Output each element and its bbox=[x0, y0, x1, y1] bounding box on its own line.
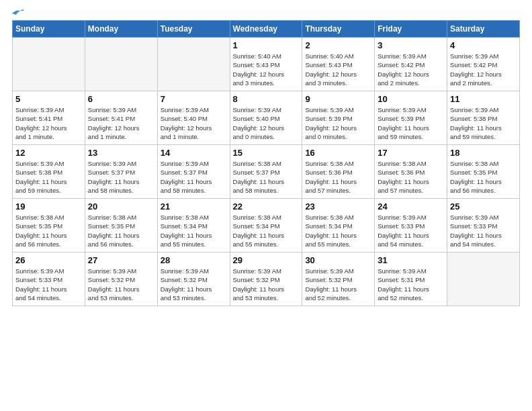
calendar-cell: 5Sunrise: 5:39 AMSunset: 5:41 PMDaylight… bbox=[13, 91, 85, 145]
col-header-wednesday: Wednesday bbox=[230, 21, 302, 38]
col-header-friday: Friday bbox=[375, 21, 447, 38]
calendar-cell: 27Sunrise: 5:39 AMSunset: 5:32 PMDayligh… bbox=[85, 253, 157, 306]
col-header-saturday: Saturday bbox=[447, 21, 520, 38]
calendar-cell bbox=[157, 38, 230, 91]
day-info: Sunrise: 5:38 AMSunset: 5:34 PMDaylight:… bbox=[305, 213, 371, 248]
day-number: 9 bbox=[305, 94, 371, 104]
calendar-cell: 4Sunrise: 5:39 AMSunset: 5:42 PMDaylight… bbox=[447, 38, 520, 91]
day-number: 3 bbox=[378, 40, 444, 50]
day-info: Sunrise: 5:39 AMSunset: 5:37 PMDaylight:… bbox=[161, 159, 227, 195]
day-number: 28 bbox=[161, 255, 227, 265]
calendar-cell: 19Sunrise: 5:38 AMSunset: 5:35 PMDayligh… bbox=[13, 199, 85, 253]
day-number: 21 bbox=[161, 201, 227, 212]
calendar-cell: 24Sunrise: 5:39 AMSunset: 5:33 PMDayligh… bbox=[375, 199, 447, 253]
calendar-week-row: 26Sunrise: 5:39 AMSunset: 5:33 PMDayligh… bbox=[13, 253, 520, 306]
day-info: Sunrise: 5:39 AMSunset: 5:32 PMDaylight:… bbox=[88, 267, 154, 302]
page-container: SundayMondayTuesdayWednesdayThursdayFrid… bbox=[0, 0, 532, 313]
day-info: Sunrise: 5:38 AMSunset: 5:36 PMDaylight:… bbox=[305, 159, 371, 195]
day-info: Sunrise: 5:38 AMSunset: 5:37 PMDaylight:… bbox=[233, 159, 300, 195]
day-number: 30 bbox=[305, 255, 371, 265]
day-number: 29 bbox=[233, 255, 300, 265]
day-number: 6 bbox=[88, 94, 154, 104]
calendar-cell: 18Sunrise: 5:38 AMSunset: 5:35 PMDayligh… bbox=[447, 145, 520, 199]
calendar-cell: 2Sunrise: 5:40 AMSunset: 5:43 PMDaylight… bbox=[302, 38, 375, 91]
calendar-cell: 29Sunrise: 5:39 AMSunset: 5:32 PMDayligh… bbox=[230, 253, 302, 306]
day-number: 15 bbox=[233, 148, 300, 158]
calendar-cell: 8Sunrise: 5:39 AMSunset: 5:40 PMDaylight… bbox=[230, 91, 302, 145]
calendar-cell: 23Sunrise: 5:38 AMSunset: 5:34 PMDayligh… bbox=[302, 199, 375, 253]
day-info: Sunrise: 5:39 AMSunset: 5:41 PMDaylight:… bbox=[15, 105, 82, 141]
day-info: Sunrise: 5:38 AMSunset: 5:36 PMDaylight:… bbox=[378, 159, 444, 195]
logo-bird-icon bbox=[11, 8, 24, 17]
day-info: Sunrise: 5:39 AMSunset: 5:31 PMDaylight:… bbox=[378, 267, 444, 302]
day-number: 1 bbox=[233, 40, 300, 50]
day-info: Sunrise: 5:39 AMSunset: 5:38 PMDaylight:… bbox=[450, 105, 517, 141]
calendar-header-row: SundayMondayTuesdayWednesdayThursdayFrid… bbox=[13, 21, 520, 38]
day-info: Sunrise: 5:39 AMSunset: 5:32 PMDaylight:… bbox=[305, 267, 371, 302]
day-info: Sunrise: 5:39 AMSunset: 5:42 PMDaylight:… bbox=[450, 52, 517, 87]
day-info: Sunrise: 5:38 AMSunset: 5:34 PMDaylight:… bbox=[161, 213, 227, 248]
calendar-cell: 3Sunrise: 5:39 AMSunset: 5:42 PMDaylight… bbox=[375, 38, 447, 91]
col-header-tuesday: Tuesday bbox=[157, 21, 230, 38]
calendar-cell bbox=[85, 38, 157, 91]
col-header-sunday: Sunday bbox=[13, 21, 85, 38]
calendar-week-row: 19Sunrise: 5:38 AMSunset: 5:35 PMDayligh… bbox=[13, 199, 520, 253]
day-info: Sunrise: 5:39 AMSunset: 5:32 PMDaylight:… bbox=[233, 267, 300, 302]
calendar-cell: 31Sunrise: 5:39 AMSunset: 5:31 PMDayligh… bbox=[375, 253, 447, 306]
day-number: 17 bbox=[378, 148, 444, 158]
day-info: Sunrise: 5:39 AMSunset: 5:38 PMDaylight:… bbox=[15, 159, 82, 195]
calendar-week-row: 5Sunrise: 5:39 AMSunset: 5:41 PMDaylight… bbox=[13, 91, 520, 145]
day-info: Sunrise: 5:38 AMSunset: 5:35 PMDaylight:… bbox=[15, 213, 82, 248]
calendar-table: SundayMondayTuesdayWednesdayThursdayFrid… bbox=[12, 20, 520, 306]
calendar-cell: 1Sunrise: 5:40 AMSunset: 5:43 PMDaylight… bbox=[230, 38, 302, 91]
day-number: 12 bbox=[15, 148, 82, 158]
calendar-week-row: 12Sunrise: 5:39 AMSunset: 5:38 PMDayligh… bbox=[13, 145, 520, 199]
calendar-cell: 12Sunrise: 5:39 AMSunset: 5:38 PMDayligh… bbox=[13, 145, 85, 199]
day-number: 14 bbox=[161, 148, 227, 158]
calendar-cell: 17Sunrise: 5:38 AMSunset: 5:36 PMDayligh… bbox=[375, 145, 447, 199]
day-info: Sunrise: 5:39 AMSunset: 5:33 PMDaylight:… bbox=[450, 213, 517, 248]
calendar-cell: 16Sunrise: 5:38 AMSunset: 5:36 PMDayligh… bbox=[302, 145, 375, 199]
day-info: Sunrise: 5:39 AMSunset: 5:40 PMDaylight:… bbox=[233, 105, 300, 141]
day-number: 18 bbox=[450, 148, 517, 158]
calendar-cell: 7Sunrise: 5:39 AMSunset: 5:40 PMDaylight… bbox=[157, 91, 230, 145]
calendar-cell: 10Sunrise: 5:39 AMSunset: 5:39 PMDayligh… bbox=[375, 91, 447, 145]
day-number: 16 bbox=[305, 148, 371, 158]
day-info: Sunrise: 5:38 AMSunset: 5:35 PMDaylight:… bbox=[88, 213, 154, 248]
page-header bbox=[12, 12, 520, 13]
calendar-cell: 28Sunrise: 5:39 AMSunset: 5:32 PMDayligh… bbox=[157, 253, 230, 306]
calendar-week-row: 1Sunrise: 5:40 AMSunset: 5:43 PMDaylight… bbox=[13, 38, 520, 91]
day-info: Sunrise: 5:39 AMSunset: 5:40 PMDaylight:… bbox=[161, 105, 227, 141]
calendar-cell: 13Sunrise: 5:39 AMSunset: 5:37 PMDayligh… bbox=[85, 145, 157, 199]
calendar-cell: 11Sunrise: 5:39 AMSunset: 5:38 PMDayligh… bbox=[447, 91, 520, 145]
calendar-cell bbox=[447, 253, 520, 306]
day-info: Sunrise: 5:39 AMSunset: 5:39 PMDaylight:… bbox=[378, 105, 444, 141]
calendar-cell: 22Sunrise: 5:38 AMSunset: 5:34 PMDayligh… bbox=[230, 199, 302, 253]
calendar-cell: 25Sunrise: 5:39 AMSunset: 5:33 PMDayligh… bbox=[447, 199, 520, 253]
calendar-cell: 15Sunrise: 5:38 AMSunset: 5:37 PMDayligh… bbox=[230, 145, 302, 199]
day-number: 8 bbox=[233, 94, 300, 104]
day-number: 26 bbox=[15, 255, 82, 265]
day-info: Sunrise: 5:39 AMSunset: 5:41 PMDaylight:… bbox=[88, 105, 154, 141]
day-number: 22 bbox=[233, 201, 300, 212]
calendar-cell: 6Sunrise: 5:39 AMSunset: 5:41 PMDaylight… bbox=[85, 91, 157, 145]
day-info: Sunrise: 5:39 AMSunset: 5:42 PMDaylight:… bbox=[378, 52, 444, 87]
day-info: Sunrise: 5:39 AMSunset: 5:32 PMDaylight:… bbox=[161, 267, 227, 302]
day-info: Sunrise: 5:40 AMSunset: 5:43 PMDaylight:… bbox=[305, 52, 371, 87]
day-number: 13 bbox=[88, 148, 154, 158]
day-number: 25 bbox=[450, 201, 517, 212]
day-info: Sunrise: 5:38 AMSunset: 5:34 PMDaylight:… bbox=[233, 213, 300, 248]
calendar-cell: 20Sunrise: 5:38 AMSunset: 5:35 PMDayligh… bbox=[85, 199, 157, 253]
day-number: 5 bbox=[15, 94, 82, 104]
day-info: Sunrise: 5:39 AMSunset: 5:33 PMDaylight:… bbox=[378, 213, 444, 248]
day-number: 24 bbox=[378, 201, 444, 212]
day-number: 10 bbox=[378, 94, 444, 104]
calendar-cell: 30Sunrise: 5:39 AMSunset: 5:32 PMDayligh… bbox=[302, 253, 375, 306]
day-number: 27 bbox=[88, 255, 154, 265]
day-number: 23 bbox=[305, 201, 371, 212]
day-number: 20 bbox=[88, 201, 154, 212]
calendar-cell: 9Sunrise: 5:39 AMSunset: 5:39 PMDaylight… bbox=[302, 91, 375, 145]
day-number: 11 bbox=[450, 94, 517, 104]
day-info: Sunrise: 5:39 AMSunset: 5:33 PMDaylight:… bbox=[15, 267, 82, 302]
col-header-thursday: Thursday bbox=[302, 21, 375, 38]
